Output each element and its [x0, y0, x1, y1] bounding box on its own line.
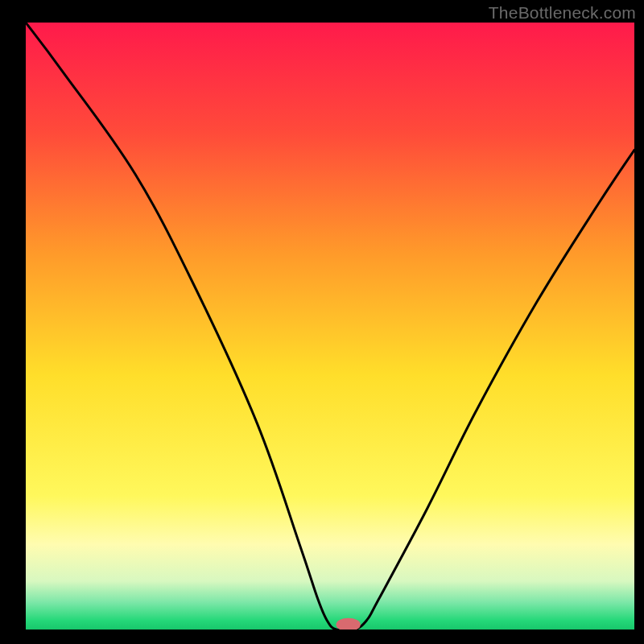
chart-frame: TheBottleneck.com [0, 0, 644, 644]
plot-area [26, 23, 634, 630]
gradient-background [26, 23, 634, 630]
bottleneck-chart [26, 23, 634, 630]
watermark-label: TheBottleneck.com [489, 3, 636, 23]
